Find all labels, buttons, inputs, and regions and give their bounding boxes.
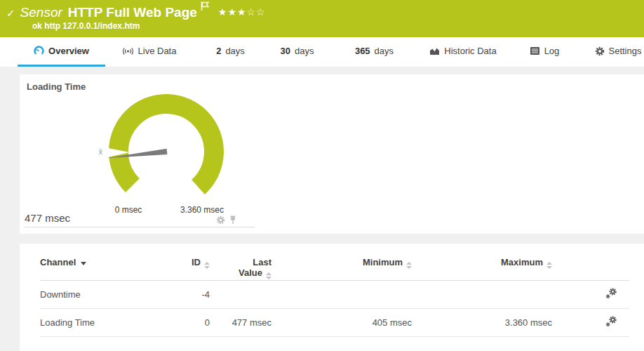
content-area: Loading Time x̄ 0 msec 3.360 msec 477 ms… xyxy=(0,67,644,351)
column-header-minimum-label: Minimum xyxy=(363,257,403,267)
area-chart-icon xyxy=(429,46,440,56)
loading-time-gauge-widget: Loading Time x̄ 0 msec 3.360 msec 477 ms… xyxy=(20,74,644,234)
tab-settings[interactable]: Settings xyxy=(592,37,644,67)
sensor-status-message: ok http 127.0.0.1/index.htm xyxy=(32,21,644,31)
tab-2-days[interactable]: 2 days xyxy=(203,37,257,67)
tab-log[interactable]: Log xyxy=(516,37,572,67)
column-header-id-label: ID xyxy=(192,257,201,267)
stars-filled: ★★★ xyxy=(218,6,247,18)
column-header-channel[interactable]: Channel xyxy=(40,244,170,281)
tab-overview[interactable]: Overview xyxy=(18,37,105,67)
gauge-min-label: 0 msec xyxy=(102,205,154,215)
channel-name-cell[interactable]: Loading Time xyxy=(40,309,170,337)
sort-arrows-icon xyxy=(546,262,552,269)
channel-last-value-cell: 477 msec xyxy=(210,309,271,337)
channel-maximum-cell xyxy=(412,281,552,309)
column-header-channel-label: Channel xyxy=(40,257,76,267)
sensor-type-label: Sensor xyxy=(20,5,62,20)
loading-time-gauge: x̄ xyxy=(72,81,261,218)
gauge-icon xyxy=(34,46,44,56)
tab-settings-label: Settings xyxy=(609,46,642,56)
gauge-current-value: 477 msec xyxy=(25,212,70,224)
sort-arrows-icon xyxy=(406,262,412,269)
stars-empty: ☆☆ xyxy=(246,6,265,18)
tab-live-data-label: Live Data xyxy=(138,46,177,56)
priority-stars[interactable]: ★★★☆☆ xyxy=(218,6,266,18)
tab-historic-data-label: Historic Data xyxy=(444,46,496,56)
channel-minimum-cell: 405 msec xyxy=(271,309,412,337)
channel-settings-gears-icon[interactable] xyxy=(605,316,617,327)
table-row-loading-time: Loading Time 0 477 msec 405 msec 3.360 m… xyxy=(40,309,629,337)
tab-365-days[interactable]: 365 days xyxy=(344,37,405,67)
tab-30-days[interactable]: 30 days xyxy=(270,37,324,67)
column-header-minimum[interactable]: Minimum xyxy=(271,244,412,281)
tab-live-data[interactable]: Live Data xyxy=(112,37,186,67)
sort-arrows-icon xyxy=(204,262,210,269)
channels-table: Channel ID Last Value Minimum Maximum xyxy=(40,244,629,337)
sensor-header-banner: ✓ Sensor HTTP Full Web Page ★★★☆☆ ok htt… xyxy=(0,0,644,37)
column-header-last-value[interactable]: Last Value xyxy=(210,244,271,281)
widget-pin-icon[interactable] xyxy=(229,216,237,225)
sensor-title: HTTP Full Web Page xyxy=(68,5,197,20)
channel-name-cell[interactable]: Downtime xyxy=(40,281,170,309)
channel-settings-gears-icon[interactable] xyxy=(605,288,617,299)
gauge-average-label: x̄ xyxy=(99,147,103,156)
status-ok-check-icon: ✓ xyxy=(6,7,15,20)
gauge-max-label: 3.360 msec xyxy=(168,205,236,215)
log-list-icon xyxy=(530,46,540,55)
tab-overview-label: Overview xyxy=(48,46,89,56)
channel-last-value-cell xyxy=(210,281,271,309)
tab-2-days-label: days xyxy=(225,46,244,56)
channels-table-card: Channel ID Last Value Minimum Maximum xyxy=(20,244,644,351)
tab-log-label: Log xyxy=(544,46,560,56)
widget-settings-gear-icon[interactable] xyxy=(216,216,225,225)
column-header-maximum-label: Maximum xyxy=(501,257,543,267)
column-header-actions xyxy=(552,244,629,281)
gauge-arc xyxy=(119,104,214,187)
gear-icon xyxy=(595,46,605,56)
channel-minimum-cell xyxy=(271,281,412,309)
tab-365-days-label: days xyxy=(375,46,394,56)
tab-30-days-label: days xyxy=(295,46,314,56)
column-header-maximum[interactable]: Maximum xyxy=(412,244,552,281)
table-row-downtime: Downtime -4 xyxy=(40,281,629,309)
tab-historic-data[interactable]: Historic Data xyxy=(421,37,505,67)
tab-365-days-number: 365 xyxy=(355,46,370,56)
sort-arrows-icon xyxy=(266,272,271,279)
widget-divider xyxy=(25,227,255,227)
sort-caret-down-icon xyxy=(81,262,86,265)
tab-2-days-number: 2 xyxy=(216,46,221,56)
channel-maximum-cell: 3.360 msec xyxy=(412,309,552,337)
channel-id-cell: 0 xyxy=(170,309,210,337)
tab-bar: Overview Live Data 2 days 30 days 365 da… xyxy=(0,37,644,67)
flag-icon[interactable] xyxy=(201,1,210,14)
channel-id-cell: -4 xyxy=(170,281,210,309)
broadcast-icon xyxy=(122,46,134,56)
tab-30-days-number: 30 xyxy=(281,46,290,56)
column-header-id[interactable]: ID xyxy=(170,244,210,281)
